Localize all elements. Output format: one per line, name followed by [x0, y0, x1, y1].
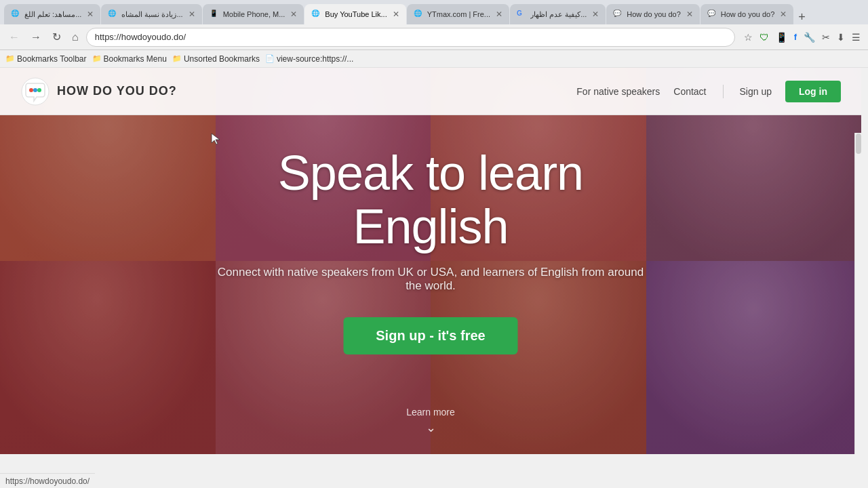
- new-tab-button[interactable]: +: [794, 10, 810, 24]
- refresh-button[interactable]: ↻: [49, 29, 64, 45]
- scrollbar[interactable]: [854, 133, 861, 454]
- bookmark-folder-icon-1: 📁: [5, 54, 15, 63]
- tab-close-7[interactable]: ✕: [686, 9, 693, 19]
- hero-section: HOW DO YOU DO? For native speakers Conta…: [0, 68, 861, 454]
- tab-label-8: How do you do?: [721, 10, 775, 18]
- tab-label-4: Buy YouTube Lik...: [325, 10, 387, 18]
- learn-more-text: Learn more: [406, 407, 455, 418]
- browser-window: 🌐 مساهد: تعلم اللغ... ✕ 🌐 زيادة نسبة الم…: [0, 0, 868, 454]
- nav-for-native-speakers[interactable]: For native speakers: [576, 86, 660, 97]
- tab-1[interactable]: 🌐 مساهد: تعلم اللغ... ✕: [4, 4, 100, 24]
- download-icon[interactable]: ⬇: [835, 30, 847, 45]
- facebook-icon[interactable]: f: [792, 30, 799, 44]
- tab-label-3: Mobile Phone, M...: [223, 10, 285, 18]
- bookmark-folder-icon-2: 📁: [92, 54, 102, 63]
- bookmark-viewsource[interactable]: 📄 view-source:https://...: [265, 54, 353, 64]
- scrollbar-thumb[interactable]: [856, 134, 861, 154]
- tabs-bar: 🌐 مساهد: تعلم اللغ... ✕ 🌐 زيادة نسبة الم…: [0, 0, 868, 24]
- tab-label-1: مساهد: تعلم اللغ...: [24, 10, 81, 19]
- tab-3[interactable]: 📱 Mobile Phone, M... ✕: [203, 4, 304, 24]
- cta-signup-button[interactable]: Sign up - it's free: [343, 317, 517, 354]
- nav-signup[interactable]: Sign up: [740, 86, 772, 97]
- address-bar: ← → ↻ ⌂ ☆ 🛡 📱 f 🔧 ✂ ⬇ ☰: [0, 24, 868, 50]
- tab-7[interactable]: 💬 How do you do? ✕: [606, 4, 700, 24]
- learn-more-section[interactable]: Learn more ⌄: [406, 407, 455, 435]
- svg-point-3: [37, 88, 41, 92]
- shield-icon: 🛡: [757, 30, 771, 45]
- tab-favicon-1: 🌐: [11, 9, 20, 19]
- tab-favicon-3: 📱: [210, 9, 219, 19]
- url-input[interactable]: [86, 28, 735, 47]
- tab-close-5[interactable]: ✕: [496, 9, 502, 19]
- menu-icon[interactable]: ☰: [850, 30, 863, 45]
- bookmark-folder-icon-3: 📁: [172, 54, 182, 63]
- tab-label-6: كيفية عدم اظهار...: [530, 10, 587, 19]
- logo-area[interactable]: HOW DO YOU DO?: [20, 77, 177, 106]
- tab-6[interactable]: G كيفية عدم اظهار... ✕: [510, 4, 606, 24]
- navbar: HOW DO YOU DO? For native speakers Conta…: [0, 68, 861, 115]
- whatsapp-icon[interactable]: 📱: [774, 30, 789, 45]
- tab-favicon-6: G: [517, 9, 526, 19]
- bookmark-unsorted[interactable]: 📁 Unsorted Bookmarks: [172, 54, 260, 64]
- tab-4[interactable]: 🌐 Buy YouTube Lik... ✕: [304, 4, 406, 24]
- svg-point-1: [29, 88, 33, 92]
- tab-close-1[interactable]: ✕: [87, 9, 94, 19]
- nav-links: For native speakers Contact Sign up Log …: [576, 81, 841, 102]
- page-content: HOW DO YOU DO? For native speakers Conta…: [0, 68, 861, 454]
- extension-icon-1[interactable]: 🔧: [802, 30, 817, 45]
- tab-5[interactable]: 🌐 YTmax.com | Fre... ✕: [407, 4, 509, 24]
- learn-more-arrow-icon: ⌄: [406, 420, 455, 435]
- bookmark-unsorted-label: Unsorted Bookmarks: [184, 54, 260, 64]
- tab-close-4[interactable]: ✕: [393, 9, 399, 19]
- tab-label-7: How do you do?: [627, 10, 681, 18]
- tab-close-2[interactable]: ✕: [189, 9, 195, 19]
- toolbar-icons: ☆ 🛡 📱 f 🔧 ✂ ⬇ ☰: [742, 30, 863, 45]
- bookmark-menu-label: Bookmarks Menu: [104, 54, 167, 64]
- tab-label-5: YTmax.com | Fre...: [427, 10, 490, 18]
- forward-button[interactable]: →: [27, 30, 45, 45]
- back-button[interactable]: ←: [5, 30, 23, 45]
- status-url: https://howdoyoudo.do/: [5, 476, 90, 486]
- tab-favicon-7: 💬: [613, 9, 623, 19]
- bookmark-menu[interactable]: 📁 Bookmarks Menu: [92, 54, 167, 64]
- extension-icon-2[interactable]: ✂: [820, 30, 832, 45]
- bookmarks-bar: 📁 Bookmarks Toolbar 📁 Bookmarks Menu 📁 U…: [0, 50, 868, 68]
- svg-point-2: [33, 88, 37, 92]
- tab-favicon-5: 🌐: [414, 9, 423, 19]
- tab-favicon-8: 💬: [707, 9, 717, 19]
- tab-favicon-4: 🌐: [311, 9, 321, 19]
- tab-close-6[interactable]: ✕: [592, 9, 599, 19]
- hero-text-area: Speak to learn English Connect with nati…: [216, 146, 646, 354]
- status-bar: https://howdoyoudo.do/: [0, 473, 95, 488]
- nav-contact[interactable]: Contact: [673, 86, 706, 97]
- home-button[interactable]: ⌂: [68, 30, 82, 45]
- tab-label-2: زيادة نسبة المشاه...: [121, 10, 182, 19]
- hero-subtitle: Connect with native speakers from UK or …: [216, 266, 646, 293]
- logo-text: HOW DO YOU DO?: [57, 84, 177, 98]
- bookmark-star-icon[interactable]: ☆: [742, 30, 755, 45]
- bookmark-file-icon: 📄: [265, 54, 275, 63]
- bookmark-toolbar[interactable]: 📁 Bookmarks Toolbar: [5, 54, 87, 64]
- tab-favicon-2: 🌐: [108, 9, 117, 19]
- login-button[interactable]: Log in: [785, 81, 841, 102]
- logo-icon: [20, 77, 50, 106]
- tab-2[interactable]: 🌐 زيادة نسبة المشاه... ✕: [101, 4, 201, 24]
- hero-title: Speak to learn English: [216, 146, 646, 253]
- tab-8[interactable]: 💬 How do you do? ✕: [701, 4, 794, 24]
- tab-close-3[interactable]: ✕: [290, 9, 297, 19]
- bookmark-toolbar-label: Bookmarks Toolbar: [17, 54, 87, 64]
- nav-divider: [723, 85, 724, 98]
- bookmark-viewsource-label: view-source:https://...: [277, 54, 353, 64]
- tab-close-8[interactable]: ✕: [780, 9, 787, 19]
